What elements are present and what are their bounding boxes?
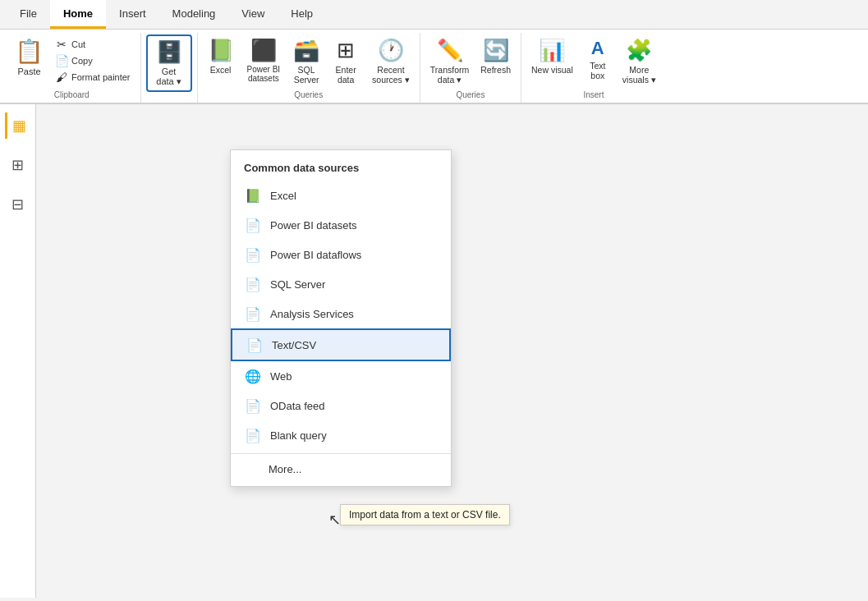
enter-data-icon: ⊞ [337,38,355,63]
sidebar-item-data[interactable]: ⊞ [5,152,31,178]
powerbi-datasets-item-icon: 📄 [244,216,262,234]
dropdown-item-excel[interactable]: 📗 Excel [231,181,451,210]
transform-data-button[interactable]: ✏️ Transformdata ▾ [425,34,474,88]
dropdown-blank-query-label: Blank query [270,429,327,442]
format-painter-icon: 🖌 [55,71,68,84]
mouse-cursor: ↖ [328,511,341,529]
layers-icon: ⊟ [11,195,24,213]
cut-icon: ✂ [55,38,68,51]
new-visual-button[interactable]: 📊 New visual [526,34,578,78]
dropdown-more-label: More... [244,463,301,475]
transform-group-label: Queries [456,88,485,103]
dropdown-item-blank-query[interactable]: 📄 Blank query [231,420,451,450]
tab-file[interactable]: File [7,0,50,29]
tab-insert[interactable]: Insert [106,0,159,29]
clipboard-group-label: Clipboard [54,88,90,103]
dropdown-item-odata[interactable]: 📄 OData feed [231,391,451,420]
dropdown-item-more[interactable]: More... [231,457,451,481]
table-icon: ⊞ [11,156,24,174]
sql-server-icon: 🗃️ [293,38,319,63]
dropdown-item-text-csv[interactable]: 📄 Text/CSV [231,328,451,361]
sql-server-label: SQLServer [294,65,319,85]
copy-button[interactable]: 📄 Copy [50,53,135,69]
more-visuals-icon: 🧩 [626,38,652,63]
refresh-button[interactable]: 🔄 Refresh [475,34,516,78]
app-body: ▦ ⊞ ⊟ Common data sources 📗 Excel 📄 Powe… [0,104,868,598]
dropdown-web-label: Web [270,370,292,383]
copy-label: Copy [71,56,93,66]
main-canvas: Common data sources 📗 Excel 📄 Power BI d… [36,104,868,598]
analysis-services-item-icon: 📄 [244,305,262,323]
tooltip-text: Import data from a text or CSV file. [349,509,501,521]
new-visual-label: New visual [531,65,573,75]
excel-button[interactable]: 📗 Excel [203,34,239,78]
tooltip-box: Import data from a text or CSV file. [340,504,510,525]
tab-help[interactable]: Help [278,0,326,29]
tab-bar: File Home Insert Modeling View Help [0,0,868,30]
text-box-label: Textbox [590,61,605,80]
transform-data-icon: ✏️ [437,38,463,63]
queries-group-label: Queries [294,88,323,103]
cut-label: Cut [71,39,85,49]
copy-icon: 📄 [55,54,68,67]
dropdown-powerbi-datasets-label: Power BI datasets [270,219,357,232]
enter-data-button[interactable]: ⊞ Enterdata [328,34,364,88]
odata-item-icon: 📄 [244,397,262,415]
cut-copy-format-col: ✂ Cut 📄 Copy 🖌 Format painter [50,34,135,85]
dropdown-text-csv-label: Text/CSV [272,339,316,351]
get-data-group-content: 🗄️ Getdata ▾ [146,34,192,97]
more-visuals-label: Morevisuals ▾ [622,65,656,85]
datasource-group-content: 📗 Excel ⬛ Power BIdatasets 🗃️ SQLServer … [203,34,415,88]
paste-button[interactable]: 📋 Paste [8,34,50,85]
dropdown-item-analysis-services[interactable]: 📄 Analysis Services [231,299,451,328]
enter-data-label: Enterdata [336,65,356,85]
more-visuals-button[interactable]: 🧩 Morevisuals ▾ [618,34,661,88]
clipboard-buttons: 📋 Paste ✂ Cut 📄 Copy 🖌 [8,34,135,85]
ribbon-content: 📋 Paste ✂ Cut 📄 Copy 🖌 [0,30,868,103]
insert-group-label: Insert [583,88,604,103]
dropdown-analysis-services-label: Analysis Services [270,308,354,320]
tab-modeling[interactable]: Modeling [159,0,229,29]
dropdown-item-sql-server[interactable]: 📄 SQL Server [231,269,451,299]
dropdown-header: Common data sources [231,155,451,181]
transform-group: ✏️ Transformdata ▾ 🔄 Refresh Queries [420,33,521,103]
format-painter-button[interactable]: 🖌 Format painter [50,69,135,85]
text-box-button[interactable]: A Textbox [580,34,616,84]
powerbi-dataflows-item-icon: 📄 [244,245,262,264]
recent-sources-label: Recentsources ▾ [372,65,410,85]
powerbi-datasets-icon: ⬛ [250,38,277,63]
web-item-icon: 🌐 [244,367,262,385]
refresh-icon: 🔄 [483,38,509,63]
dropdown-item-powerbi-datasets[interactable]: 📄 Power BI datasets [231,210,451,240]
sidebar-item-report[interactable]: ▦ [5,112,31,139]
left-sidebar: ▦ ⊞ ⊟ [0,104,36,598]
recent-sources-button[interactable]: 🕐 Recentsources ▾ [367,34,415,88]
new-visual-icon: 📊 [539,38,565,63]
transform-group-content: ✏️ Transformdata ▾ 🔄 Refresh [425,34,516,88]
dropdown-powerbi-dataflows-label: Power BI dataflows [270,249,361,261]
dropdown-divider [231,453,451,454]
recent-sources-icon: 🕐 [378,38,404,63]
dropdown-item-powerbi-dataflows[interactable]: 📄 Power BI dataflows [231,240,451,269]
format-painter-label: Format painter [71,72,131,82]
sidebar-item-model[interactable]: ⊟ [5,191,31,218]
sql-server-item-icon: 📄 [244,275,262,293]
cut-button[interactable]: ✂ Cut [50,36,135,53]
insert-group: 📊 New visual A Textbox 🧩 Morevisuals ▾ I… [521,33,666,103]
powerbi-datasets-button[interactable]: ⬛ Power BIdatasets [242,34,286,86]
get-data-dropdown: Common data sources 📗 Excel 📄 Power BI d… [230,149,452,487]
clipboard-group-content: 📋 Paste ✂ Cut 📄 Copy 🖌 [8,34,135,88]
tab-home[interactable]: Home [50,0,106,29]
insert-group-content: 📊 New visual A Textbox 🧩 Morevisuals ▾ [526,34,661,88]
ribbon: File Home Insert Modeling View Help 📋 Pa… [0,0,868,104]
sql-server-button[interactable]: 🗃️ SQLServer [288,34,324,88]
text-csv-item-icon: 📄 [246,336,264,354]
powerbi-datasets-label: Power BIdatasets [247,65,281,83]
get-data-button[interactable]: 🗄️ Getdata ▾ [146,34,192,92]
tab-view[interactable]: View [228,0,278,29]
refresh-label: Refresh [480,65,511,75]
datasource-group: 📗 Excel ⬛ Power BIdatasets 🗃️ SQLServer … [198,33,420,103]
text-box-icon: A [591,38,604,59]
excel-item-icon: 📗 [244,186,262,204]
dropdown-item-web[interactable]: 🌐 Web [231,361,451,391]
